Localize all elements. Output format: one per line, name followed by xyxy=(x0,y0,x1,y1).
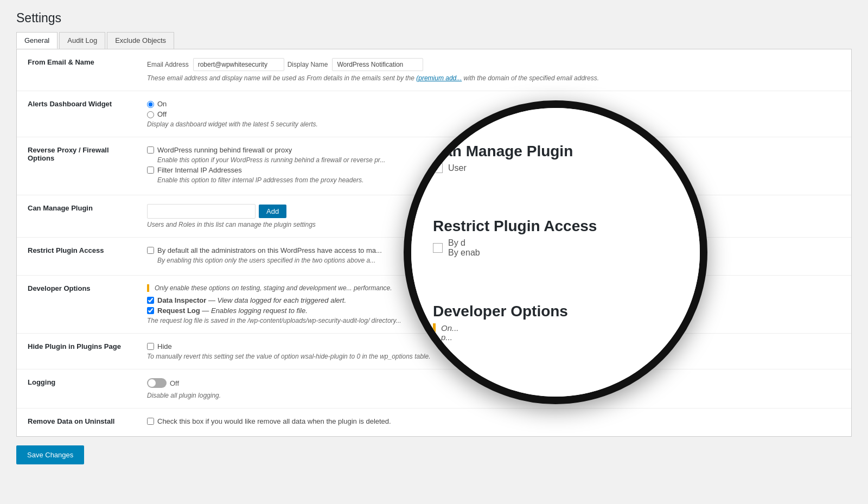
tabs-bar: General Audit Log Exclude Objects xyxy=(16,32,852,49)
magnifier-content: Can Manage Plugin User Restrict Plugin A… xyxy=(411,108,700,397)
checkbox-filter-ip-input[interactable] xyxy=(147,167,154,174)
mag-section-can-manage: Can Manage Plugin User xyxy=(433,143,678,175)
checkbox-remove-data-label: Check this box if you would like remove … xyxy=(157,417,391,425)
magnifier-overlay: Can Manage Plugin User Restrict Plugin A… xyxy=(404,100,707,404)
logging-description: Disable all plugin logging. xyxy=(147,392,840,399)
checkbox-restrict-access-label: By default all the administrators on thi… xyxy=(157,246,382,254)
checkbox-firewall-label: WordPress running behind firewall or pro… xyxy=(157,146,292,154)
label-restrict-plugin-access: Restrict Plugin Access xyxy=(17,238,136,276)
radio-on-input[interactable] xyxy=(147,101,154,108)
tab-exclude-objects[interactable]: Exclude Objects xyxy=(107,32,174,49)
from-email-description: These email address and display name wil… xyxy=(147,74,840,82)
mag-title-developer: Developer Options xyxy=(433,303,678,320)
tab-general[interactable]: General xyxy=(16,32,58,49)
mag-text-restrict-2: By enab xyxy=(448,248,480,258)
radio-off-input[interactable] xyxy=(147,111,154,118)
label-developer-options: Developer Options xyxy=(17,276,136,334)
email-address-input[interactable] xyxy=(193,58,284,71)
checkbox-data-inspector[interactable] xyxy=(147,297,154,304)
logging-toggle[interactable]: Off xyxy=(147,378,179,388)
mag-text-user: User xyxy=(448,163,467,173)
mag-text-restrict-1: By d xyxy=(448,238,480,248)
value-from-email-name: Email Address Display Name These email a… xyxy=(136,49,851,91)
value-remove-data: Check this box if you would like remove … xyxy=(136,409,851,437)
email-address-label: Email Address xyxy=(147,61,189,68)
checkbox-remove-data: Check this box if you would like remove … xyxy=(147,417,840,425)
dev-option-request-log-label: Request Log — Enables logging request to… xyxy=(157,307,308,315)
toggle-track[interactable] xyxy=(147,378,167,388)
label-reverse-proxy: Reverse Proxy / Firewall Options xyxy=(17,137,136,195)
logging-toggle-label: Off xyxy=(170,379,179,387)
save-changes-button[interactable]: Save Changes xyxy=(16,445,84,464)
mag-title-can-manage: Can Manage Plugin xyxy=(433,143,678,160)
row-alerts-dashboard: Alerts Dashboard Widget On Off xyxy=(17,91,851,137)
checkbox-request-log[interactable] xyxy=(147,307,154,314)
mag-yellow-section: On...p... xyxy=(433,323,678,356)
checkbox-filter-ip-desc: Enable this option to filter internal IP… xyxy=(157,176,363,184)
display-name-label: Display Name xyxy=(288,61,328,68)
mag-checkbox-restrict xyxy=(433,243,443,253)
label-logging: Logging xyxy=(17,369,136,409)
row-remove-data: Remove Data on Uninstall Check this box … xyxy=(17,409,851,437)
add-button[interactable]: Add xyxy=(259,205,286,218)
label-hide-plugin: Hide Plugin in Plugins Page xyxy=(17,334,136,369)
page-title: Settings xyxy=(16,11,852,25)
label-alerts-dashboard: Alerts Dashboard Widget xyxy=(17,91,136,137)
label-from-email-name: From Email & Name xyxy=(17,49,136,91)
checkbox-hide-plugin-label: Hide xyxy=(157,342,172,350)
tab-audit-log[interactable]: Audit Log xyxy=(59,32,105,49)
mag-row-restrict: By d By enab xyxy=(433,238,678,258)
checkbox-firewall-input[interactable] xyxy=(147,146,154,154)
label-remove-data: Remove Data on Uninstall xyxy=(17,409,136,437)
radio-on-label: On xyxy=(157,100,167,108)
mag-row-user: User xyxy=(433,163,678,173)
mag-yellow-text: On...p... xyxy=(441,323,459,342)
dev-option-data-inspector-label: Data Inspector — View data logged for ea… xyxy=(157,296,346,304)
mag-title-restrict: Restrict Plugin Access xyxy=(433,218,678,235)
toggle-thumb xyxy=(148,379,156,387)
row-logging: Logging Off Disable all plugin logging. xyxy=(17,369,851,409)
checkbox-firewall-desc: Enable this option if your WordPress is … xyxy=(157,156,385,164)
checkbox-remove-data-input[interactable] xyxy=(147,418,154,425)
radio-off-label: Off xyxy=(157,110,167,118)
label-can-manage-plugin: Can Manage Plugin xyxy=(17,195,136,238)
radio-on[interactable]: On xyxy=(147,100,840,108)
row-from-email-name: From Email & Name Email Address Display … xyxy=(17,49,851,91)
mag-checkbox-user xyxy=(433,163,443,173)
checkbox-hide-plugin-input[interactable] xyxy=(147,343,154,350)
can-manage-input[interactable] xyxy=(147,204,256,219)
mag-section-developer: Developer Options On...p... xyxy=(433,303,678,356)
mag-section-restrict: Restrict Plugin Access By d By enab xyxy=(433,218,678,260)
checkbox-restrict-access-desc: By enabling this option only the users s… xyxy=(157,257,382,264)
checkbox-filter-ip-label: Filter Internal IP Addresses xyxy=(157,166,242,174)
display-name-input[interactable] xyxy=(332,58,423,71)
checkbox-restrict-access-input[interactable] xyxy=(147,247,154,254)
premium-addon-link[interactable]: (premium add... xyxy=(416,74,462,82)
